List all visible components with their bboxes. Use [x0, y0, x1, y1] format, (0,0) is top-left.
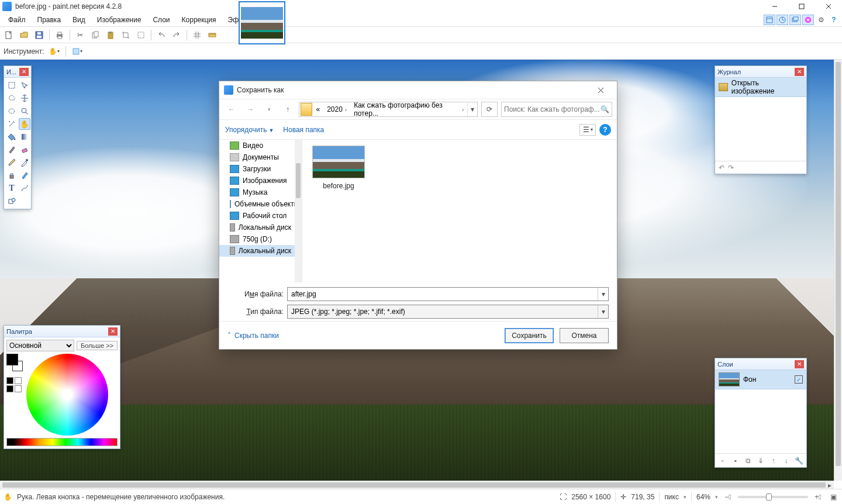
- sampling-dropdown[interactable]: ▾: [71, 45, 84, 58]
- close-button[interactable]: [815, 0, 842, 13]
- menu-adjustments[interactable]: Коррекция: [176, 15, 222, 25]
- vertical-scrollbar[interactable]: [834, 60, 842, 481]
- color-wheel[interactable]: [26, 354, 108, 436]
- zoom-fit-icon[interactable]: ▣: [828, 492, 838, 502]
- tool-color-picker[interactable]: [19, 157, 30, 168]
- dialog-help-button[interactable]: ?: [599, 124, 611, 136]
- filename-input[interactable]: [288, 290, 598, 298]
- tool-move-selection[interactable]: [19, 80, 30, 91]
- print-icon[interactable]: [53, 29, 66, 42]
- tool-ellipse-select[interactable]: [6, 105, 18, 117]
- tree-item[interactable]: Изображения: [219, 175, 295, 187]
- menu-layers[interactable]: Слои: [147, 15, 175, 25]
- tool-recolor[interactable]: [19, 170, 30, 181]
- tool-brush[interactable]: [6, 144, 18, 156]
- file-list[interactable]: before.jpg: [302, 140, 617, 282]
- document-tab[interactable]: [239, 1, 285, 44]
- hide-folders-toggle[interactable]: ˄Скрыть папки: [227, 332, 279, 340]
- paste-icon[interactable]: [104, 29, 117, 42]
- toggle-colors-panel[interactable]: [802, 15, 814, 25]
- zoom-slider[interactable]: [738, 496, 808, 498]
- tool-zoom[interactable]: [19, 105, 30, 117]
- tree-scrollbar[interactable]: [295, 140, 302, 282]
- tool-pencil[interactable]: [6, 157, 18, 168]
- help-icon[interactable]: ?: [828, 15, 840, 25]
- layer-properties-icon[interactable]: 🔧: [793, 455, 804, 466]
- tree-item[interactable]: Загрузки: [219, 163, 295, 175]
- tree-item[interactable]: Документы: [219, 151, 295, 163]
- zoom-in-icon[interactable]: +⃝: [813, 492, 823, 502]
- tool-gradient[interactable]: [19, 131, 30, 143]
- view-mode-button[interactable]: ☰▾: [579, 124, 596, 136]
- undo-icon[interactable]: ↶: [719, 164, 724, 172]
- cancel-button[interactable]: Отмена: [560, 328, 609, 343]
- menu-file[interactable]: Файл: [2, 15, 32, 25]
- layer-item[interactable]: Фон ✓: [715, 370, 806, 389]
- nav-back-button[interactable]: ←: [224, 102, 239, 116]
- delete-layer-icon[interactable]: ▪: [730, 455, 741, 466]
- nav-recent-dropdown[interactable]: ▾: [261, 102, 277, 116]
- toggle-history-panel[interactable]: [777, 15, 788, 25]
- tool-fill[interactable]: [6, 131, 18, 143]
- layer-visible-checkbox[interactable]: ✓: [795, 375, 803, 384]
- menu-edit[interactable]: Правка: [32, 15, 67, 25]
- tool-eraser[interactable]: [19, 144, 30, 156]
- minimize-button[interactable]: [761, 0, 788, 13]
- cut-icon[interactable]: ✂: [74, 29, 87, 42]
- zoom-out-icon[interactable]: −⃝: [723, 492, 733, 502]
- ruler-icon[interactable]: [206, 29, 219, 42]
- save-button[interactable]: Сохранить: [505, 328, 554, 343]
- tool-move-pixels[interactable]: [19, 92, 30, 104]
- crumb-ellipsis[interactable]: «: [312, 102, 323, 116]
- color-mode-select[interactable]: Основной: [6, 340, 74, 351]
- scroll-right-icon[interactable]: ▸: [826, 481, 834, 489]
- filetype-dropdown-icon[interactable]: ▾: [598, 305, 608, 318]
- redo-icon[interactable]: ↷: [728, 164, 734, 172]
- tool-shapes[interactable]: [6, 195, 18, 207]
- merge-down-icon[interactable]: ⇓: [755, 455, 766, 466]
- history-panel-close[interactable]: ✕: [795, 68, 804, 76]
- maximize-button[interactable]: [788, 0, 815, 13]
- dialog-titlebar[interactable]: Сохранить как: [219, 81, 617, 99]
- status-units[interactable]: пикс: [664, 493, 679, 501]
- tool-magic-wand[interactable]: [6, 118, 18, 130]
- fg-color-swatch[interactable]: [6, 354, 18, 365]
- filetype-combobox[interactable]: ▾: [287, 305, 609, 319]
- active-tool-dropdown[interactable]: ✋▾: [48, 45, 61, 58]
- settings-icon[interactable]: ⚙: [815, 15, 827, 25]
- move-up-icon[interactable]: ↑: [768, 455, 779, 466]
- tool-line[interactable]: [19, 182, 30, 194]
- search-box[interactable]: 🔍: [501, 102, 612, 117]
- tool-lasso[interactable]: [6, 92, 18, 104]
- redo-icon[interactable]: [170, 29, 183, 42]
- tree-item[interactable]: Локальный диск: [219, 245, 295, 257]
- tool-text[interactable]: T: [6, 182, 18, 194]
- fg-bg-swatches[interactable]: [6, 354, 24, 374]
- crop-icon[interactable]: [119, 29, 132, 42]
- folder-tree[interactable]: ВидеоДокументыЗагрузкиИзображенияМузыкаО…: [219, 140, 302, 282]
- tool-rect-select[interactable]: [6, 80, 18, 91]
- file-item[interactable]: before.jpg: [308, 146, 369, 190]
- save-file-icon[interactable]: [33, 29, 46, 42]
- tree-item[interactable]: Объемные объекты: [219, 198, 295, 210]
- filename-combobox[interactable]: ▾: [287, 287, 609, 301]
- tree-item[interactable]: Музыка: [219, 187, 295, 198]
- address-dropdown-icon[interactable]: ▾: [467, 102, 477, 116]
- history-item[interactable]: Открыть изображение: [715, 78, 806, 97]
- colors-panel-close[interactable]: ✕: [108, 327, 118, 336]
- dialog-close-button[interactable]: [589, 83, 612, 97]
- tree-item[interactable]: Видео: [219, 140, 295, 151]
- status-zoom[interactable]: 64%: [696, 493, 710, 501]
- toggle-layers-panel[interactable]: [789, 15, 801, 25]
- filename-dropdown-icon[interactable]: ▾: [598, 288, 608, 301]
- organize-menu[interactable]: Упорядочить▼: [225, 126, 274, 134]
- tree-item[interactable]: Рабочий стол: [219, 210, 295, 222]
- horizontal-scrollbar[interactable]: ◂ ▸: [0, 481, 834, 489]
- nav-up-button[interactable]: ↑: [280, 102, 295, 116]
- address-bar[interactable]: « 2020› Как сжать фотографию без потер..…: [299, 102, 478, 117]
- color-strip[interactable]: [6, 438, 118, 446]
- new-folder-button[interactable]: Новая папка: [283, 126, 324, 134]
- crumb-current[interactable]: Как сжать фотографию без потер...›: [350, 102, 467, 116]
- tool-pan[interactable]: ✋: [19, 118, 30, 130]
- open-file-icon[interactable]: [18, 29, 30, 42]
